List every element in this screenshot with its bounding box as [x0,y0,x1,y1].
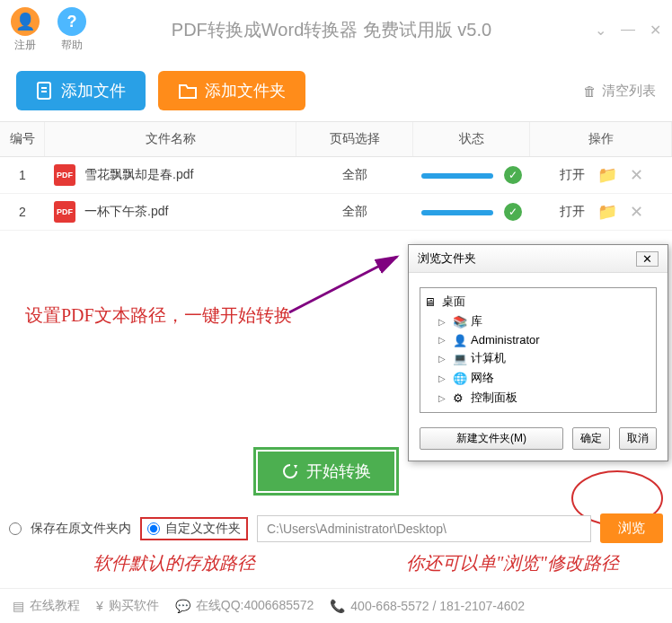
annotation-arrow [280,250,406,321]
file-name: 一杯下午茶.pdf [84,204,168,220]
doc-icon: ▤ [13,599,24,613]
radio-custom-folder[interactable] [147,522,160,535]
remove-icon[interactable]: ✕ [630,165,643,185]
close-icon[interactable]: ✕ [650,22,661,39]
phone-icon: 📞 [330,599,345,613]
user-icon: 👤 [11,7,40,36]
control-panel-icon: ⚙ [453,391,467,404]
expand-icon[interactable]: ▷ [438,373,449,383]
folder-open-icon[interactable]: 📁 [597,165,617,185]
chat-icon: 💬 [175,599,190,613]
file-icon [36,81,54,101]
qq-contact[interactable]: 💬在线QQ:4006685572 [175,598,314,614]
expand-icon[interactable]: ▷ [438,354,449,364]
tutorial-link[interactable]: ▤在线教程 [13,598,80,614]
computer-icon: 💻 [453,352,467,364]
radio-custom-highlight: 自定义文件夹 [140,517,248,540]
add-file-button[interactable]: 添加文件 [16,71,146,110]
start-button-highlight: 开始转换 [253,447,399,496]
status-cell: ✓ [413,203,530,221]
library-icon: 📚 [453,315,467,328]
open-button[interactable]: 打开 [560,204,585,220]
trash-icon: 🗑 [583,83,597,99]
network-icon: 🌐 [453,372,467,384]
yen-icon: ¥ [96,599,103,613]
progress-bar [421,210,493,215]
pin-icon[interactable]: ⌄ [595,22,606,39]
page-select[interactable]: 全部 [296,167,413,183]
save-path-row: 保存在原文件夹内 自定义文件夹 浏览 [9,513,663,543]
svg-line-3 [289,257,397,312]
browse-folder-dialog: 浏览文件夹 ✕ 🖥桌面 ▷📚库 ▷👤Administrator ▷💻计算机 ▷🌐… [408,244,668,461]
new-folder-button[interactable]: 新建文件夹(M) [420,427,563,450]
annotation-browse-hint: 你还可以单"浏览"修改路径 [406,551,619,575]
check-icon: ✓ [504,203,522,221]
dialog-close-button[interactable]: ✕ [636,251,659,267]
browse-button[interactable]: 浏览 [600,513,663,543]
refresh-icon [281,462,299,480]
remove-icon[interactable]: ✕ [630,202,643,222]
pdf-icon: PDF [54,164,75,186]
add-folder-button[interactable]: 添加文件夹 [158,71,305,110]
expand-icon[interactable]: ▷ [438,317,449,327]
folder-tree[interactable]: 🖥桌面 ▷📚库 ▷👤Administrator ▷💻计算机 ▷🌐网络 ▷⚙控制面… [420,287,657,413]
col-name: 文件名称 [45,122,296,156]
status-cell: ✓ [413,166,530,184]
register-button[interactable]: 👤 注册 [11,7,40,53]
table-header: 编号 文件名称 页码选择 状态 操作 [0,121,672,157]
toolbar: 添加文件 添加文件夹 🗑 清空列表 [0,60,672,121]
table-row: 1 PDF 雪花飘飘却是春.pdf 全部 ✓ 打开 📁 ✕ [0,157,672,194]
expand-icon[interactable]: ▷ [438,393,449,403]
open-button[interactable]: 打开 [560,167,585,183]
page-select[interactable]: 全部 [296,204,413,220]
minimize-icon[interactable]: — [621,22,635,39]
cancel-button[interactable]: 取消 [619,427,657,450]
folder-open-icon[interactable]: 📁 [597,202,617,222]
col-op: 操作 [530,122,672,156]
col-page: 页码选择 [296,122,413,156]
title-bar: 👤 注册 ? 帮助 PDF转换成Word转换器 免费试用版 v5.0 ⌄ — ✕ [0,0,672,60]
buy-link[interactable]: ¥购买软件 [96,598,159,614]
pdf-icon: PDF [54,201,75,223]
expand-icon[interactable]: ▷ [438,335,449,345]
desktop-icon: 🖥 [424,295,438,308]
user-folder-icon: 👤 [453,334,467,347]
col-status: 状态 [413,122,530,156]
clear-list-button[interactable]: 🗑 清空列表 [583,83,656,100]
file-name: 雪花飘飘却是春.pdf [84,167,193,183]
app-title: PDF转换成Word转换器 免费试用版 v5.0 [68,18,595,42]
table-row: 2 PDF 一杯下午茶.pdf 全部 ✓ 打开 📁 ✕ [0,194,672,231]
annotation-main: 设置PDF文本路径，一键开始转换 [25,303,292,328]
footer: ▤在线教程 ¥购买软件 💬在线QQ:4006685572 📞400-668-55… [0,588,672,623]
dialog-title: 浏览文件夹 [418,250,476,267]
annotation-default-path: 软件默认的存放路径 [93,551,255,575]
radio-custom-label: 自定义文件夹 [165,521,241,537]
radio-same-folder[interactable] [9,522,22,535]
progress-bar [421,173,493,179]
check-icon: ✓ [504,166,522,184]
col-num: 编号 [0,122,45,156]
folder-icon [178,82,198,100]
radio-same-label: 保存在原文件夹内 [31,521,131,537]
start-convert-button[interactable]: 开始转换 [258,452,394,491]
phone-contact[interactable]: 📞400-668-5572 / 181-2107-4602 [330,599,525,613]
ok-button[interactable]: 确定 [572,427,610,450]
path-input[interactable] [257,515,591,542]
